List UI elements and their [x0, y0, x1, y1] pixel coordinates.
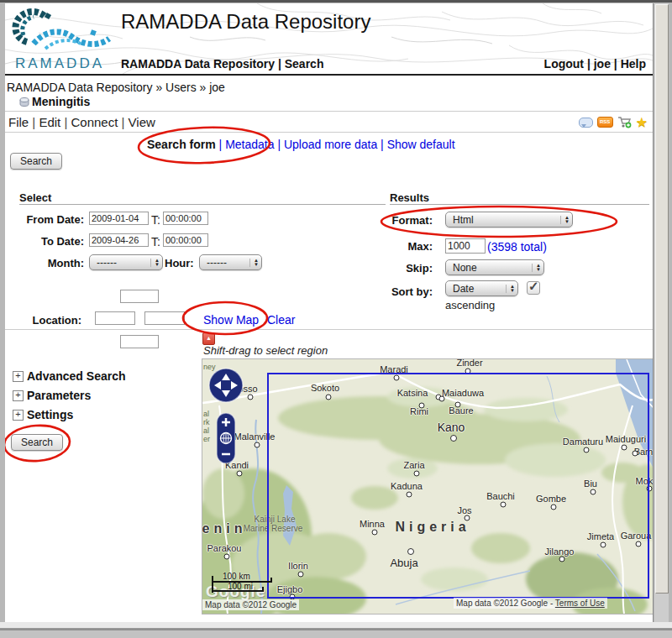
page-title: RAMADDA Data Repository [121, 10, 370, 34]
clear-link[interactable]: Clear [267, 313, 295, 327]
location-west-input[interactable] [95, 311, 135, 325]
month-select[interactable]: ------ ▲▼ [89, 254, 163, 270]
results-section-header: Results [390, 191, 429, 204]
map-label-fragment: al [203, 426, 209, 435]
chevron-up-down-icon: ▲▼ [532, 264, 541, 272]
select-section-header: Select [19, 191, 51, 204]
map-city-marker [255, 442, 260, 448]
ramadda-logo-icon [8, 5, 116, 55]
scrollbar-thumb[interactable] [655, 4, 669, 594]
map-country-label: enin [202, 521, 247, 536]
user-links[interactable]: Logout | joe | Help [544, 57, 646, 71]
menu-item-file[interactable]: File [8, 115, 29, 129]
map-label-fragment: er [203, 435, 210, 443]
menu-row: File | Edit | Connect | View RSS ★ [5, 112, 653, 133]
skip-select[interactable]: None ▲▼ [445, 259, 544, 275]
tab-search-form[interactable]: Search form [147, 138, 216, 151]
search-button-bottom[interactable]: Search [11, 434, 63, 451]
menu-item-connect[interactable]: Connect [71, 115, 118, 129]
max-input[interactable] [445, 238, 486, 254]
location-south-input[interactable] [120, 335, 159, 348]
window-bottom-frame [0, 622, 672, 638]
from-date-input[interactable] [89, 212, 149, 225]
expand-plus-icon[interactable]: + [13, 371, 24, 382]
menu-item-edit[interactable]: Edit [39, 115, 60, 129]
page-content: RAMADDA RAMADDA Data Repository RAMADDA … [5, 3, 653, 622]
to-date-input[interactable] [89, 233, 149, 247]
to-time-t-label: T: [151, 235, 160, 248]
total-count-link[interactable]: (3598 total) [487, 240, 547, 254]
to-time-input[interactable] [163, 233, 208, 247]
map-pan-control[interactable] [208, 368, 244, 403]
entry-row: Meningitis [5, 93, 653, 112]
rss-icon[interactable]: RSS [597, 117, 613, 128]
sort-select[interactable]: Date ▲▼ [445, 280, 518, 296]
from-time-input[interactable] [163, 212, 208, 225]
from-date-label: From Date: [5, 213, 84, 226]
max-label: Max: [324, 240, 433, 253]
map-attribution-right: Map data ©2012 Google - Terms of Use [454, 598, 607, 609]
format-select[interactable]: Html ▲▼ [445, 212, 573, 227]
map-attribution-left: Map data ©2012 Google [202, 599, 299, 610]
chevron-up-down-icon: ▲▼ [560, 216, 570, 224]
from-time-t-label: T: [151, 213, 160, 227]
hour-select[interactable]: ------ ▲▼ [199, 254, 262, 270]
search-button-top[interactable]: Search [10, 153, 62, 170]
map-city-label: Zinder [456, 358, 482, 368]
breadcrumb[interactable]: RAMADDA Data Repository » Users » joe [7, 81, 225, 94]
svg-text:100 mi: 100 mi [228, 582, 253, 591]
content-scrollbar-divider [653, 3, 654, 622]
month-label: Month: [5, 257, 84, 269]
vertical-scrollbar[interactable] [654, 3, 669, 622]
map-selection-rectangle[interactable] [267, 373, 649, 599]
location-north-input[interactable] [120, 290, 159, 303]
section-advanced-search[interactable]: Advanced Search [27, 369, 126, 383]
expand-plus-icon[interactable]: + [13, 390, 24, 401]
entry-toolbar-icons: RSS ★ [579, 116, 648, 128]
page-header: RAMADDA RAMADDA Data Repository RAMADDA … [5, 3, 653, 76]
hour-label: Hour: [165, 257, 197, 269]
section-parameters[interactable]: Parameters [27, 389, 91, 402]
sort-order-text: ascending [445, 299, 495, 311]
terms-of-use-link[interactable]: Terms of Use [555, 599, 605, 608]
star-icon[interactable]: ★ [636, 117, 648, 128]
entry-tabs: Search form | Metadata | Upload more dat… [147, 138, 455, 151]
location-label: Location: [5, 314, 81, 327]
entry-cylinder-icon [18, 97, 30, 107]
repository-nav-links[interactable]: RAMADDA Data Repository | Search [121, 57, 323, 71]
cart-icon[interactable] [617, 116, 632, 128]
show-map-link[interactable]: Show Map [203, 313, 259, 327]
svg-text:100 km: 100 km [223, 572, 250, 581]
map-panel: ▲ Shift-drag to select region [202, 331, 653, 616]
map-hint-text: Shift-drag to select region [203, 344, 328, 357]
collapse-map-icon[interactable]: ▲ [202, 332, 215, 345]
map-label-fragment: al [203, 410, 209, 418]
map-label-fragment: rk [203, 418, 210, 426]
logo-wordmark: RAMADDA [13, 55, 106, 72]
window-top-edge [0, 0, 672, 3]
results-divider [390, 204, 649, 205]
menu-bar: File | Edit | Connect | View [8, 115, 155, 129]
tab-metadata[interactable]: Metadata [225, 138, 274, 151]
tab-upload-more-data[interactable]: Upload more data [284, 138, 377, 151]
chevron-up-down-icon: ▲▼ [506, 285, 515, 293]
expand-plus-icon[interactable]: + [13, 410, 24, 421]
select-divider [19, 204, 386, 205]
map-canvas[interactable]: ZinderMaradiossoSokotoKatsinaMaiaduwaRim… [202, 358, 653, 614]
sort-by-label: Sort by: [324, 285, 433, 298]
map-city-marker [248, 395, 254, 400]
to-date-label: To Date: [5, 235, 84, 248]
sort-ascending-checkbox[interactable] [527, 281, 540, 295]
chevron-up-down-icon: ▲▼ [249, 259, 259, 267]
skip-label: Skip: [324, 262, 433, 275]
section-settings[interactable]: Settings [27, 408, 73, 421]
map-zoom-control[interactable] [217, 413, 235, 463]
format-label: Format: [324, 214, 433, 227]
map-city-label: Parakou [207, 543, 242, 553]
tab-show-default[interactable]: Show default [387, 138, 455, 151]
comment-icon[interactable] [579, 118, 593, 128]
chevron-up-down-icon: ▲▼ [150, 259, 160, 267]
map-scale-bar: 100 km 100 mi [211, 571, 286, 598]
location-east-input[interactable] [144, 311, 185, 325]
menu-item-view[interactable]: View [129, 115, 155, 129]
